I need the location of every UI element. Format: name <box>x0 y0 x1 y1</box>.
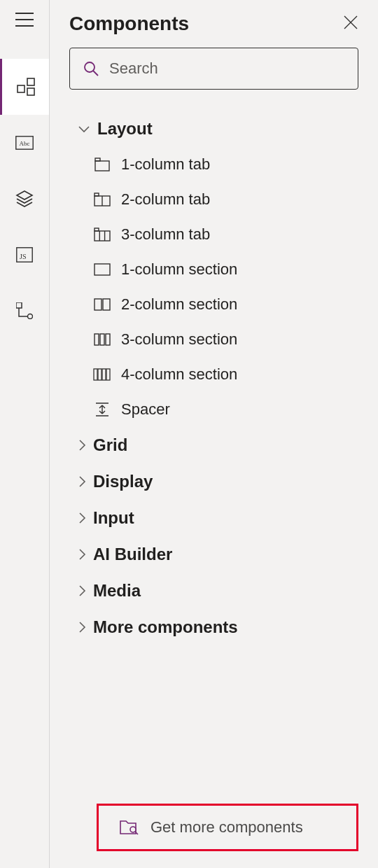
category-layout[interactable]: Layout <box>69 111 358 147</box>
svg-rect-0 <box>18 85 24 92</box>
chevron-right-icon <box>78 439 86 451</box>
svg-point-8 <box>28 314 33 319</box>
chevron-right-icon <box>78 548 86 561</box>
svg-rect-18 <box>103 299 110 310</box>
footer-label: Get more components <box>150 818 303 836</box>
item-1-column-section[interactable]: 1-column section <box>93 252 358 287</box>
close-icon <box>343 15 358 30</box>
svg-text:Abc: Abc <box>20 140 30 147</box>
item-spacer[interactable]: Spacer <box>93 392 358 427</box>
item-label: 2-column section <box>121 295 237 314</box>
svg-rect-24 <box>102 369 106 380</box>
rail-js-button[interactable]: JS <box>0 227 49 283</box>
rail-layers-button[interactable] <box>0 171 49 227</box>
svg-rect-21 <box>106 334 110 345</box>
panel-header: Components <box>69 13 358 35</box>
chevron-right-icon <box>78 475 86 488</box>
svg-rect-16 <box>94 264 110 275</box>
category-layout-label: Layout <box>97 119 153 139</box>
category-more-components[interactable]: More components <box>69 609 358 645</box>
category-grid[interactable]: Grid <box>69 427 358 463</box>
category-media[interactable]: Media <box>69 573 358 609</box>
two-column-tab-icon <box>93 192 111 206</box>
item-3-column-tab[interactable]: 3-column tab <box>93 217 358 252</box>
category-more-label: More components <box>93 617 238 637</box>
spacer-icon <box>93 402 111 417</box>
hamburger-menu-button[interactable] <box>15 13 34 29</box>
search-input[interactable] <box>109 59 345 78</box>
category-input-label: Input <box>93 508 134 528</box>
svg-rect-2 <box>27 78 34 85</box>
svg-rect-20 <box>100 334 104 345</box>
panel-title: Components <box>69 13 189 35</box>
item-label: 4-column section <box>121 365 237 384</box>
rail-text-button[interactable]: Abc <box>0 115 49 171</box>
svg-text:JS: JS <box>20 253 26 260</box>
category-tree: Layout 1-column tab 2-column tab 3-colum… <box>69 111 358 868</box>
item-2-column-section[interactable]: 2-column section <box>93 287 358 322</box>
js-icon: JS <box>16 247 33 262</box>
components-panel: Components Layout 1-column tab <box>49 0 378 868</box>
category-ai-builder-label: AI Builder <box>93 545 172 564</box>
svg-rect-23 <box>98 369 102 380</box>
svg-rect-22 <box>94 369 97 380</box>
rail-components-button[interactable] <box>0 59 49 115</box>
item-label: 2-column tab <box>121 190 210 209</box>
svg-rect-19 <box>94 334 99 345</box>
item-3-column-section[interactable]: 3-column section <box>93 322 358 357</box>
folder-search-icon <box>120 819 139 836</box>
svg-point-26 <box>130 827 136 832</box>
svg-rect-1 <box>27 88 34 95</box>
item-2-column-tab[interactable]: 2-column tab <box>93 182 358 217</box>
layout-items: 1-column tab 2-column tab 3-column tab 1… <box>69 147 358 427</box>
item-4-column-section[interactable]: 4-column section <box>93 357 358 392</box>
search-field[interactable] <box>69 48 358 90</box>
category-media-label: Media <box>93 581 141 601</box>
category-ai-builder[interactable]: AI Builder <box>69 536 358 573</box>
close-button[interactable] <box>343 15 358 33</box>
three-column-tab-icon <box>93 227 111 241</box>
one-column-tab-icon <box>93 158 111 172</box>
svg-rect-7 <box>16 302 22 308</box>
two-column-section-icon <box>93 298 111 311</box>
four-column-section-icon <box>93 368 111 381</box>
one-column-section-icon <box>93 263 111 276</box>
components-icon <box>17 78 35 96</box>
item-label: Spacer <box>121 400 170 419</box>
tree-icon <box>16 302 33 319</box>
text-abc-icon: Abc <box>15 136 34 150</box>
chevron-right-icon <box>78 512 86 524</box>
item-label: 3-column tab <box>121 225 210 244</box>
chevron-right-icon <box>78 584 86 597</box>
category-display[interactable]: Display <box>69 463 358 500</box>
chevron-down-icon <box>78 125 90 133</box>
chevron-right-icon <box>78 621 86 634</box>
search-icon <box>83 60 99 77</box>
item-label: 3-column section <box>121 330 237 349</box>
svg-point-9 <box>85 62 94 72</box>
item-1-column-tab[interactable]: 1-column tab <box>93 147 358 182</box>
layers-icon <box>15 190 34 208</box>
nav-rail: Abc JS <box>0 0 49 868</box>
svg-rect-11 <box>95 161 109 171</box>
svg-rect-15 <box>94 231 110 241</box>
item-label: 1-column tab <box>121 155 210 174</box>
hamburger-icon <box>15 13 34 27</box>
category-display-label: Display <box>93 472 153 491</box>
category-input[interactable]: Input <box>69 500 358 536</box>
category-grid-label: Grid <box>93 435 127 455</box>
svg-rect-17 <box>94 299 102 310</box>
three-column-section-icon <box>93 333 111 346</box>
svg-rect-25 <box>106 369 110 380</box>
get-more-components-button[interactable]: Get more components <box>97 804 358 851</box>
rail-tree-button[interactable] <box>0 283 49 339</box>
item-label: 1-column section <box>121 260 237 279</box>
